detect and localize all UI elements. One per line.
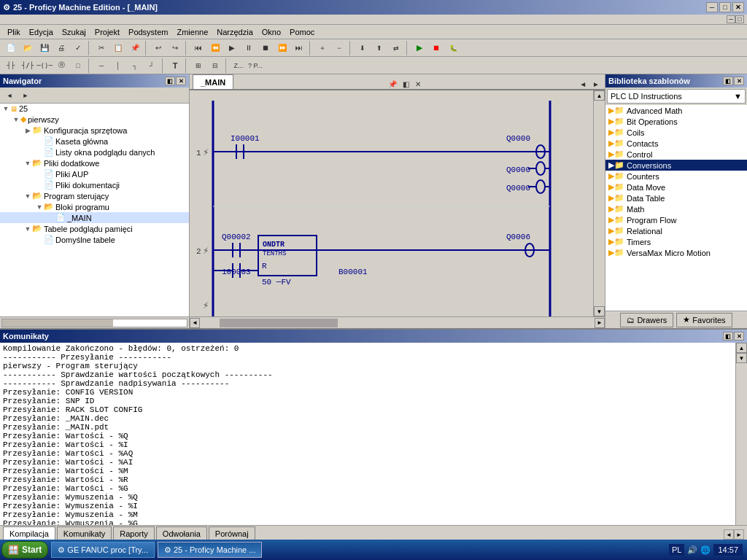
box-btn[interactable]: □ [70,58,86,73]
scroll-left-btn[interactable]: ◄ [190,318,200,328]
msg-tab-odwolania[interactable]: Odwołania [156,526,207,540]
ladder-canvas[interactable]: 1 ⚡ I00001 [190,90,605,316]
minus-btn[interactable]: － [331,41,347,55]
menu-plik[interactable]: Plik [3,26,25,38]
tab-scroll-left[interactable]: ◄ [724,529,734,540]
grid2-btn[interactable]: ⊟ [207,58,223,73]
text-btn[interactable]: T [167,58,183,73]
taskbar-item-fanuc[interactable]: ⚙ GE FANUC proc [Try... [51,542,155,558]
lib-item-relational[interactable]: ▶📁 Relational [605,225,747,236]
add-btn[interactable]: ＋ [314,41,330,55]
media-play[interactable]: ▶ [224,41,240,55]
maximize-btn[interactable]: □ [719,2,731,12]
tree-item-main[interactable]: 📄 _MAIN [0,212,189,223]
nav-back-btn[interactable]: ◄ [1,88,18,103]
msg-tab-porownaj[interactable]: Porównaj [209,526,255,540]
lib-dropdown[interactable]: PLC LD Instructions ▼ [607,89,746,104]
nav-right-btn[interactable]: ► [590,79,602,89]
download-btn[interactable]: ⬇ [355,41,371,55]
menu-edycja[interactable]: Edycja [25,26,58,38]
redo-btn[interactable]: ↪ [167,41,183,55]
nav-forward-btn[interactable]: ► [18,88,34,103]
lib-float-btn[interactable]: ◧ [723,77,733,85]
print-btn[interactable]: 🖨 [53,41,69,55]
paste-btn[interactable]: 📌 [127,41,143,55]
msg-content[interactable]: Kompilowanie Zakończono - błędów: 0, ost… [0,343,735,525]
check-btn[interactable]: ✓ [70,41,86,55]
lib-item-datatable[interactable]: ▶📁 Data Table [605,192,747,203]
minimize-btn[interactable]: ─ [706,2,718,12]
close-btn[interactable]: ✕ [732,2,744,12]
nav-close-btn[interactable]: ✕ [176,77,186,85]
lib-item-conversions[interactable]: ▶📁 Conversions [605,160,747,171]
tab-main[interactable]: _MAIN [193,74,233,89]
tree-item-aup[interactable]: 📄 Pliki AUP [0,168,189,179]
nav-left-btn[interactable]: ◄ [577,79,589,89]
cut-btn[interactable]: ✂ [93,41,109,55]
ncontact-btn[interactable]: ┤/├ [20,58,36,73]
scroll-right-btn[interactable]: ► [595,318,605,328]
inner-maximize-btn[interactable]: □ [735,15,744,23]
tree-item-domyslne[interactable]: 📄 Domyślne tabele [0,234,189,245]
debug-btn[interactable]: 🐛 [445,41,461,55]
run-btn[interactable]: ▶ [411,41,427,55]
msg-scroll-down[interactable]: ▼ [736,353,747,363]
lib-close-btn[interactable]: ✕ [734,77,744,85]
lib-item-contacts[interactable]: ▶📁 Contacts [605,138,747,149]
media-ff[interactable]: ⏩ [274,41,290,55]
lib-item-control[interactable]: ▶📁 Control [605,149,747,160]
tree-item-pliki[interactable]: ▼ 📂 Pliki dodatkowe [0,158,189,168]
pin-icon[interactable]: 📌 [386,79,399,89]
menu-pomoc[interactable]: Pomoc [285,26,319,38]
float-btn[interactable]: ◧ [400,79,411,89]
msg-vscroll[interactable]: ▲ ▼ [735,343,747,525]
menu-okno[interactable]: Okno [258,26,285,38]
tree-item-dok[interactable]: 📄 Pliki dokumentacji [0,179,189,190]
tree-item-program[interactable]: ▼ 📂 Program sterujący [0,190,189,201]
msg-tab-komunikaty[interactable]: Komunikaty [57,526,112,540]
vline-btn[interactable]: │ [110,58,126,73]
hline-btn[interactable]: ─ [93,58,109,73]
scroll-up-btn[interactable]: ▲ [594,90,605,101]
drawers-btn[interactable]: 🗂 Drawers [620,313,673,327]
msg-tab-kompilacja[interactable]: Kompilacja [3,526,55,540]
contact-btn[interactable]: ┤├ [3,58,19,73]
upload-btn[interactable]: ⬆ [371,41,387,55]
msg-tab-raporty[interactable]: Raporty [113,526,155,540]
lib-item-timers[interactable]: ▶📁 Timers [605,236,747,247]
undo-btn[interactable]: ↩ [150,41,166,55]
favorites-btn[interactable]: ★ Favorites [676,313,732,327]
lib-item-coils[interactable]: ▶📁 Coils [605,127,747,138]
save-btn[interactable]: 💾 [36,41,53,55]
media-next[interactable]: ⏭ [291,41,307,55]
lib-item-advmath[interactable]: ▶📁 Advanced Math [605,105,747,116]
open-btn[interactable]: 📂 [20,41,36,55]
media-stop[interactable]: ⏹ [258,41,274,55]
lib-item-versamax[interactable]: ▶📁 VersaMax Micro Motion [605,247,747,258]
new-btn[interactable]: 📄 [3,41,19,55]
search2-btn[interactable]: ? P... [247,58,263,73]
copy-btn[interactable]: 📋 [110,41,126,55]
dline-btn[interactable]: ┐ [127,58,143,73]
inner-minimize-btn[interactable]: ─ [727,15,735,23]
lib-item-progflow[interactable]: ▶📁 Program Flow [605,214,747,225]
tree-item-pierwszy[interactable]: ▼ ◆ pierwszy [0,114,189,125]
msg-float-btn[interactable]: ◧ [723,332,733,341]
msg-scroll-up[interactable]: ▲ [736,343,747,353]
ladder-vscroll[interactable]: ▲ ▼ [593,90,605,316]
media-prev[interactable]: ⏮ [190,41,206,55]
tree-item-konfiguracja[interactable]: ▶ 📁 Konfiguracja sprzętowa [0,125,189,136]
stop-btn[interactable]: ⏹ [428,41,444,55]
coil-btn[interactable]: ─()─ [36,58,53,73]
sync-btn[interactable]: ⇄ [388,41,404,55]
rung-btn[interactable]: Ⓡ [53,58,69,73]
grid1-btn[interactable]: ⊞ [190,58,206,73]
menu-narzedzia[interactable]: Narzędzia [212,26,258,38]
msg-close-btn[interactable]: ✕ [734,332,744,341]
scroll-down-btn[interactable]: ▼ [594,306,605,316]
media-rewind[interactable]: ⏪ [207,41,223,55]
nav-float-btn[interactable]: ◧ [165,77,175,85]
tree-item-tabele[interactable]: ▼ 📂 Tabele podglądu pamięci [0,223,189,234]
menu-szukaj[interactable]: Szukaj [58,26,90,38]
menu-zmienne[interactable]: Zmienne [172,26,212,38]
